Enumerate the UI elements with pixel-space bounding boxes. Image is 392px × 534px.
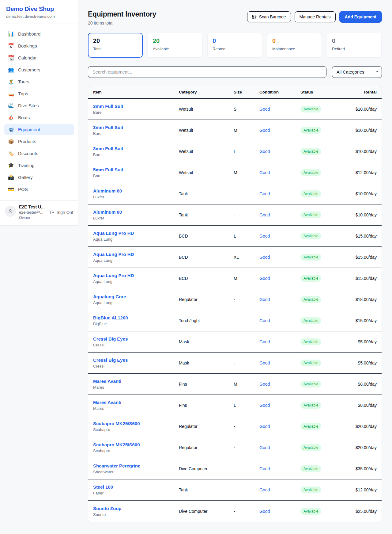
status-badge: Available <box>300 465 321 472</box>
item-name-link[interactable]: Shearwater Peregrine <box>93 463 179 468</box>
sidebar-item-trips[interactable]: 🚤 Trips <box>4 88 74 99</box>
stat-card-maintenance[interactable]: 0 Maintenance <box>267 33 322 58</box>
condition-link[interactable]: Good <box>259 297 300 302</box>
item-brand: Luxfer <box>93 216 179 220</box>
column-header-item: Item <box>93 90 179 94</box>
column-header-condition: Condition <box>259 90 300 94</box>
item-name-link[interactable]: Suunto Zoop <box>93 506 179 511</box>
item-name-link[interactable]: Cressi Big Eyes <box>93 357 179 363</box>
sidebar-item-boats[interactable]: ⛵ Boats <box>4 112 74 123</box>
item-name-link[interactable]: Aqua Lung Pro HD <box>93 273 179 278</box>
condition-link[interactable]: Good <box>259 276 300 281</box>
condition-link[interactable]: Good <box>259 487 300 492</box>
add-equipment-button[interactable]: Add Equipment <box>339 11 382 23</box>
condition-link[interactable]: Good <box>259 403 300 408</box>
item-cell: 5mm Full Suit Bare <box>93 167 179 178</box>
item-name-link[interactable]: Mares Avanti <box>93 400 179 405</box>
item-name-link[interactable]: Aqua Lung Pro HD <box>93 252 179 257</box>
stat-value: 0 <box>272 37 317 44</box>
stat-label: Available <box>153 47 197 51</box>
sidebar-item-products[interactable]: 📦 Products <box>4 136 74 147</box>
sidebar-item-label: Calendar <box>18 55 37 60</box>
page-header: Equipment Inventory 20 items total Sca <box>88 10 382 25</box>
condition-link[interactable]: Good <box>259 170 300 175</box>
condition-link[interactable]: Good <box>259 212 300 217</box>
status-cell: Available <box>300 317 349 324</box>
stat-card-available[interactable]: 20 Available <box>148 33 202 58</box>
user-icon <box>8 208 13 214</box>
condition-link[interactable]: Good <box>259 466 300 471</box>
item-name-link[interactable]: Aluminum 80 <box>93 188 179 193</box>
status-badge: Available <box>300 190 321 197</box>
sidebar-item-discounts[interactable]: 🏷️ Discounts <box>4 148 74 159</box>
item-name-link[interactable]: Aluminum 80 <box>93 209 179 215</box>
condition-link[interactable]: Good <box>259 191 300 196</box>
sidebar-item-gallery[interactable]: 📸 Gallery <box>4 172 74 183</box>
sidebar-item-label: Products <box>18 139 36 144</box>
category-filter[interactable]: All Categories <box>332 66 382 78</box>
table-row: 3mm Full Suit Bare Wetsuit M Good Availa… <box>88 120 382 141</box>
rental-cell: $15.00/day <box>349 276 377 281</box>
sidebar-item-training[interactable]: 🎓 Training <box>4 160 74 171</box>
item-name-link[interactable]: Mares Avanti <box>93 379 179 384</box>
sidebar-item-bookings[interactable]: 📅 Bookings <box>4 40 74 51</box>
category-cell: Torch/Light <box>179 318 234 323</box>
item-name-link[interactable]: BigBlue AL1200 <box>93 315 179 320</box>
item-name-link[interactable]: Scubapro MK25/S600 <box>93 421 179 426</box>
item-name-link[interactable]: Scubapro MK25/S600 <box>93 442 179 447</box>
condition-link[interactable]: Good <box>259 128 300 133</box>
column-header-status: Status <box>300 90 349 94</box>
stat-value: 0 <box>213 37 257 44</box>
item-cell: Aqua Lung Pro HD Aqua Lung <box>93 252 179 263</box>
size-cell: - <box>234 339 259 344</box>
item-name-link[interactable]: 3mm Full Suit <box>93 104 179 109</box>
stat-card-rented[interactable]: 0 Rented <box>207 33 262 58</box>
scan-barcode-button[interactable]: Scan Barcode <box>247 11 291 22</box>
size-cell: M <box>234 276 259 281</box>
condition-link[interactable]: Good <box>259 234 300 238</box>
status-cell: Available <box>300 127 349 134</box>
condition-link[interactable]: Good <box>259 445 300 450</box>
condition-link[interactable]: Good <box>259 149 300 154</box>
condition-link[interactable]: Good <box>259 339 300 344</box>
manage-rentals-button[interactable]: Manage Rentals <box>295 11 336 22</box>
status-badge: Available <box>300 338 321 345</box>
sidebar-item-calendar[interactable]: 📆 Calendar <box>4 52 74 63</box>
item-name-link[interactable]: 5mm Full Suit <box>93 167 179 172</box>
condition-link[interactable]: Good <box>259 382 300 387</box>
item-cell: Mares Avanti Mares <box>93 379 179 390</box>
category-cell: Wetsuit <box>179 107 234 112</box>
sidebar-item-equipment[interactable]: 🤿 Equipment <box>4 124 74 135</box>
item-brand: Aqua Lung <box>93 279 179 284</box>
size-cell: - <box>234 318 259 323</box>
condition-link[interactable]: Good <box>259 318 300 323</box>
stat-value: 20 <box>153 37 197 44</box>
condition-link[interactable]: Good <box>259 255 300 260</box>
stat-card-retired[interactable]: 0 Retired <box>327 33 382 58</box>
sidebar-item-dive-sites[interactable]: 🌊 Dive Sites <box>4 100 74 111</box>
rental-cell: $20.00/day <box>349 424 377 429</box>
stat-card-total[interactable]: 20 Total <box>88 33 143 58</box>
item-brand: Bare <box>93 152 179 157</box>
condition-link[interactable]: Good <box>259 509 300 514</box>
condition-link[interactable]: Good <box>259 360 300 365</box>
sidebar-item-pos[interactable]: 💳 POS <box>4 184 74 195</box>
sidebar-item-dashboard[interactable]: 📊 Dashboard <box>4 28 74 40</box>
category-cell: Regulator <box>179 424 234 429</box>
sidebar-item-customers[interactable]: 👥 Customers <box>4 64 74 75</box>
item-cell: Suunto Zoop Suunto <box>93 506 179 517</box>
sidebar-item-tours[interactable]: 🏝️ Tours <box>4 76 74 87</box>
condition-link[interactable]: Good <box>259 107 300 112</box>
item-name-link[interactable]: Aqua Lung Pro HD <box>93 231 179 236</box>
category-cell: Mask <box>179 339 234 344</box>
condition-link[interactable]: Good <box>259 424 300 429</box>
item-name-link[interactable]: 3mm Full Suit <box>93 125 179 130</box>
search-input[interactable] <box>88 66 326 78</box>
item-name-link[interactable]: Aqualung Core <box>93 294 179 299</box>
item-brand: BigBlue <box>93 322 179 326</box>
table-row: Aqua Lung Pro HD Aqua Lung BCD L Good Av… <box>88 226 382 247</box>
item-name-link[interactable]: 3mm Full Suit <box>93 146 179 151</box>
sign-out-button[interactable]: Sign Out <box>50 210 73 215</box>
item-name-link[interactable]: Steel 100 <box>93 484 179 490</box>
item-name-link[interactable]: Cressi Big Eyes <box>93 336 179 341</box>
